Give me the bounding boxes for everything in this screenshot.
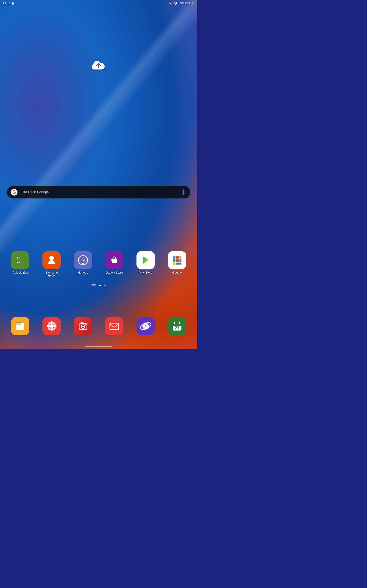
google-logo: [10, 189, 18, 196]
battery-icon: [185, 2, 190, 5]
calculatrice-icon: +− ×÷: [11, 251, 29, 269]
camera-icon: [74, 317, 92, 335]
app-files[interactable]: [8, 317, 33, 335]
svg-point-29: [53, 325, 57, 327]
galaxy-store-label: Galaxy Store: [106, 271, 123, 275]
svg-point-38: [85, 324, 86, 325]
mute-icon: 🔇: [169, 2, 173, 5]
svg-point-27: [50, 328, 53, 331]
app-horloge[interactable]: Horloge: [70, 251, 96, 275]
app-internet[interactable]: S: [133, 317, 158, 335]
play-store-icon: [136, 251, 155, 269]
app-bixby[interactable]: [39, 317, 64, 335]
svg-rect-21: [176, 262, 179, 265]
email-icon: [105, 317, 123, 335]
svg-rect-2: [185, 2, 186, 4]
svg-rect-22: [179, 262, 181, 265]
svg-point-28: [47, 325, 50, 327]
svg-rect-3: [190, 3, 190, 3]
status-time: 19:48: [3, 2, 10, 5]
calendar-icon: 21: [168, 317, 186, 335]
app-calendar[interactable]: 21: [165, 317, 190, 335]
google-icon: [168, 251, 186, 269]
wifi-icon: [174, 2, 178, 5]
search-hint-text: Dites "Ok Google".: [21, 190, 180, 194]
svg-rect-15: [176, 256, 179, 259]
svg-point-8: [49, 256, 54, 260]
wallpaper: [0, 0, 197, 349]
svg-rect-17: [173, 259, 175, 262]
app-dock-row-1: +− ×÷ Calculatrice SamsungNotes: [0, 251, 197, 278]
svg-marker-13: [143, 256, 150, 264]
mic-icon[interactable]: [180, 189, 187, 195]
samsung-notes-label: SamsungNotes: [45, 271, 58, 278]
status-left: 19:48 ▣: [3, 2, 14, 5]
svg-rect-19: [179, 259, 181, 262]
play-store-label: Play Store: [139, 271, 152, 275]
app-dock-row-2: S 21: [0, 317, 197, 335]
svg-text:×÷: ×÷: [17, 260, 20, 264]
horloge-label: Horloge: [78, 271, 88, 275]
status-bar: 19:48 ▣ 🔇 29% ⚡: [0, 0, 197, 6]
svg-point-36: [82, 326, 84, 327]
cloud-upload-button[interactable]: [91, 60, 107, 71]
galaxy-store-icon: [105, 251, 123, 269]
svg-rect-24: [16, 322, 21, 325]
svg-point-0: [175, 4, 176, 5]
app-samsung-notes[interactable]: SamsungNotes: [39, 251, 64, 278]
horloge-icon: [74, 251, 92, 269]
svg-rect-37: [81, 322, 83, 324]
svg-rect-14: [173, 256, 175, 259]
samsung-notes-icon: [42, 251, 61, 269]
app-email[interactable]: [102, 317, 127, 335]
svg-text:+−: +−: [17, 256, 20, 260]
nav-dots: [92, 284, 106, 286]
svg-marker-12: [82, 262, 84, 265]
gesture-bar: [85, 346, 112, 347]
svg-line-11: [83, 260, 85, 261]
battery-percentage: 29%: [179, 2, 184, 5]
svg-point-26: [50, 321, 53, 325]
status-right: 🔇 29% ⚡: [169, 2, 194, 5]
svg-rect-46: [174, 321, 175, 324]
nav-dot-2: [104, 285, 106, 286]
svg-point-25: [50, 324, 53, 328]
svg-text:S: S: [145, 325, 147, 328]
google-label: Google: [172, 271, 182, 275]
svg-rect-18: [176, 259, 179, 262]
app-calculatrice[interactable]: +− ×÷ Calculatrice: [8, 251, 33, 275]
app-galaxy-store[interactable]: Galaxy Store: [102, 251, 127, 275]
bixby-icon: [42, 317, 61, 335]
svg-rect-47: [179, 321, 180, 324]
charging-icon: ⚡: [191, 2, 194, 5]
calculatrice-label: Calculatrice: [12, 271, 28, 275]
nav-lines-icon: [92, 284, 96, 286]
app-google[interactable]: Google: [165, 251, 190, 275]
nav-dot-active: [99, 285, 101, 286]
search-bar[interactable]: Dites "Ok Google".: [7, 186, 190, 199]
app-camera[interactable]: [70, 317, 96, 335]
app-play-store[interactable]: Play Store: [133, 251, 158, 275]
svg-text:21: 21: [175, 326, 179, 330]
svg-rect-39: [110, 323, 119, 330]
screenshot-notification-icon: ▣: [12, 2, 14, 5]
svg-rect-20: [173, 262, 175, 265]
internet-icon: S: [136, 317, 155, 335]
files-icon: [11, 317, 29, 335]
svg-rect-16: [179, 256, 181, 259]
